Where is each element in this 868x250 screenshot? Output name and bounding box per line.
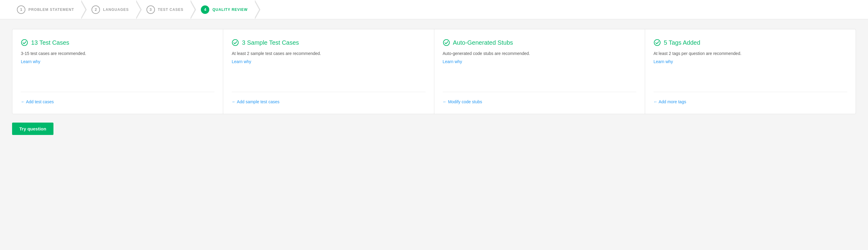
modify-code-stubs-link[interactable]: ← Modify code stubs: [443, 99, 637, 104]
card-action-4: ← Add more tags: [654, 92, 847, 104]
card-title-4: 5 Tags Added: [664, 39, 701, 46]
card-title-2: 3 Sample Test Cases: [242, 39, 299, 46]
learn-why-link-3[interactable]: Learn why: [443, 59, 637, 64]
check-icon-2: [231, 39, 239, 46]
step-label-2: LANGUAGES: [103, 7, 129, 12]
step-arrow-3: [191, 0, 196, 19]
card-header-1: 13 Test Cases: [21, 39, 214, 46]
step-number-4: 4: [201, 5, 209, 14]
learn-why-link-1[interactable]: Learn why: [21, 59, 214, 64]
card-desc-3: Auto-generated code stubs are recommende…: [443, 51, 637, 57]
card-action-3: ← Modify code stubs: [443, 92, 637, 104]
step-3[interactable]: 3 TEST CASES: [142, 0, 196, 19]
cards-container: 13 Test Cases 3-15 test cases are recomm…: [12, 29, 856, 114]
card-sample-test-cases: 3 Sample Test Cases At least 2 sample te…: [223, 29, 434, 114]
card-test-cases: 13 Test Cases 3-15 test cases are recomm…: [12, 29, 223, 114]
card-stubs: Auto-Generated Stubs Auto-generated code…: [434, 29, 645, 114]
stepper: 1 PROBLEM STATEMENT 2 LANGUAGES 3 TEST C…: [0, 0, 868, 19]
step-label-1: PROBLEM STATEMENT: [28, 7, 74, 12]
check-icon-4: [654, 39, 661, 46]
card-title-3: Auto-Generated Stubs: [453, 39, 513, 46]
card-desc-4: At least 2 tags per question are recomme…: [654, 51, 847, 57]
step-number-2: 2: [92, 5, 100, 14]
card-desc-1: 3-15 test cases are recommended.: [21, 51, 214, 57]
learn-why-link-4[interactable]: Learn why: [654, 59, 847, 64]
card-tags: 5 Tags Added At least 2 tags per questio…: [645, 29, 856, 114]
check-icon-3: [443, 39, 450, 46]
card-header-4: 5 Tags Added: [654, 39, 847, 46]
add-sample-test-cases-link[interactable]: ← Add sample test cases: [231, 99, 425, 104]
main-content: 13 Test Cases 3-15 test cases are recomm…: [0, 19, 868, 145]
card-action-2: ← Add sample test cases: [231, 92, 425, 104]
step-arrow-1: [81, 0, 87, 19]
learn-why-link-2[interactable]: Learn why: [231, 59, 425, 64]
try-question-button[interactable]: Try question: [12, 123, 54, 135]
step-2[interactable]: 2 LANGUAGES: [87, 0, 141, 19]
svg-point-3: [654, 39, 660, 45]
step-4[interactable]: 4 QUALITY REVIEW: [196, 0, 260, 19]
svg-point-1: [232, 39, 238, 45]
step-number-1: 1: [17, 5, 25, 14]
card-title-1: 13 Test Cases: [31, 39, 69, 46]
add-more-tags-link[interactable]: ← Add more tags: [654, 99, 847, 104]
step-arrow-2: [136, 0, 142, 19]
step-arrow-4: [255, 0, 260, 19]
step-label-4: QUALITY REVIEW: [212, 7, 248, 12]
svg-point-2: [443, 39, 450, 45]
card-action-1: ← Add test cases: [21, 92, 214, 104]
card-desc-2: At least 2 sample test cases are recomme…: [231, 51, 425, 57]
step-label-3: TEST CASES: [158, 7, 184, 12]
card-header-2: 3 Sample Test Cases: [231, 39, 425, 46]
step-number-3: 3: [147, 5, 155, 14]
check-icon-1: [21, 39, 28, 46]
add-test-cases-link[interactable]: ← Add test cases: [21, 99, 214, 104]
svg-point-0: [22, 39, 28, 45]
card-header-3: Auto-Generated Stubs: [443, 39, 637, 46]
step-1[interactable]: 1 PROBLEM STATEMENT: [12, 0, 87, 19]
